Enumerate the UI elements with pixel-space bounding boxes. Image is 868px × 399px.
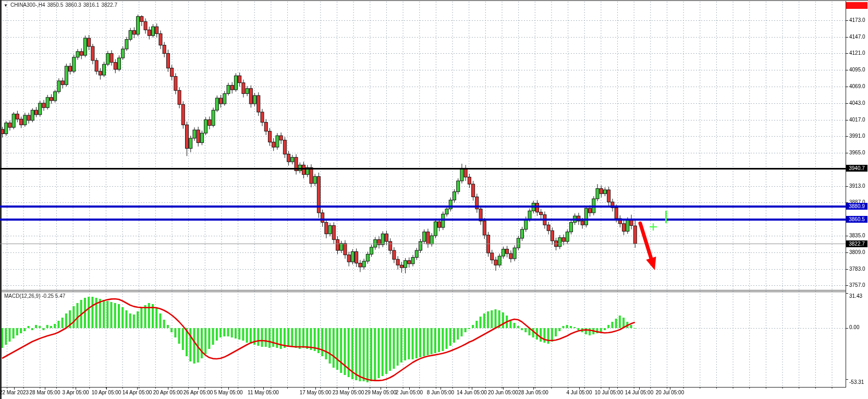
- time-tick-label: 2 Jun 05:00: [396, 390, 423, 395]
- ohlc-high: 3860.3: [65, 2, 81, 8]
- window-top-border: [0, 0, 868, 1]
- time-tick-label: 4 Jul 05:00: [567, 390, 592, 395]
- price-tick-label: 3991.0: [849, 133, 865, 139]
- time-tick-label: 14 Apr 05:00: [123, 390, 152, 395]
- price-tick-label: 4043.0: [849, 100, 865, 106]
- price-tick-label: 3757.0: [849, 282, 865, 288]
- time-tick-label: 20 Apr 05:00: [153, 390, 183, 395]
- time-tick-label: 10 Apr 05:00: [92, 390, 121, 395]
- price-tick-label: 3809.0: [849, 249, 865, 256]
- price-axis-line[interactable]: [846, 1, 846, 387]
- time-tick-label: 20 Jul 05:00: [656, 390, 684, 395]
- time-tick-label: 22 Mar 2023: [0, 390, 29, 395]
- time-tick-label: 29 May 05:00: [365, 390, 397, 395]
- time-tick-label: 3 Apr 05:00: [62, 390, 89, 395]
- chart-header: ▼CHINA300-,H43850.53860.33816.13822.7: [4, 2, 119, 8]
- time-axis-line[interactable]: [0, 387, 846, 388]
- current-price-line: [0, 244, 846, 244]
- macd-indicator-label: MACD(12,26,9) -0.25 5.47: [4, 293, 65, 299]
- ohlc-open: 3850.5: [47, 2, 64, 8]
- time-tick-label: 20 Jun 05:00: [488, 390, 518, 395]
- price-tick-label: 3913.0: [849, 183, 865, 189]
- blue-level-line-lower[interactable]: [0, 219, 846, 221]
- time-tick-label: 23 May 05:00: [333, 390, 364, 395]
- price-level-label: 3822.7: [846, 240, 867, 247]
- time-tick-label: 17 May 05:00: [300, 390, 332, 395]
- price-tick-label: 3835.0: [849, 233, 865, 239]
- symbol-period-label: CHINA300-,H4: [10, 2, 45, 8]
- black-resistance-line[interactable]: [0, 168, 846, 170]
- time-tick-label: 5 May 05:00: [214, 390, 242, 395]
- panel-separator-top[interactable]: [0, 290, 846, 291]
- macd-axis-min: -53.31: [849, 379, 864, 385]
- price-tick-label: 4095.0: [849, 67, 865, 73]
- time-tick-label: 14 Jul 05:00: [625, 390, 654, 395]
- ohlc-close: 3822.7: [101, 2, 117, 8]
- symbol-dropdown-icon[interactable]: ▼: [4, 3, 8, 8]
- blue-level-line-upper[interactable]: [0, 205, 846, 208]
- price-macd-chart-canvas[interactable]: [0, 0, 868, 399]
- time-tick-label: 11 May 05:00: [248, 390, 279, 395]
- price-tick-label: 3783.0: [849, 266, 865, 272]
- ohlc-low: 3816.1: [83, 2, 100, 8]
- price-level-label: 3940.7: [846, 165, 867, 172]
- time-tick-label: 10 Jul 05:00: [595, 390, 624, 395]
- price-tick-label: 4069.0: [849, 83, 865, 90]
- chart-window: ▼CHINA300-,H43850.53860.33816.13822.7 41…: [0, 0, 868, 399]
- price-tick-label: 3965.0: [849, 150, 865, 156]
- macd-axis-max: 31.43: [849, 293, 862, 299]
- time-tick-label: 26 Apr 05:00: [184, 390, 213, 395]
- price-tick-label: 4017.0: [849, 117, 865, 123]
- price-level-label: 3860.5: [846, 216, 867, 223]
- time-tick-label: 8 Jun 05:00: [427, 390, 454, 395]
- time-tick-label: 28 Jun 05:00: [518, 390, 548, 395]
- window-left-border: [0, 0, 2, 399]
- time-tick-label: 28 Mar 05:00: [30, 390, 60, 395]
- panel-separator-bottom[interactable]: [0, 292, 846, 292]
- red-box-annotation[interactable]: [846, 2, 867, 9]
- macd-axis-zero: 0.00: [849, 324, 859, 330]
- price-tick-label: 4121.0: [849, 50, 865, 56]
- price-level-label: 3880.9: [846, 203, 867, 210]
- price-tick-label: 4147.0: [849, 34, 865, 40]
- price-tick-label: 4173.0: [849, 17, 865, 23]
- time-tick-label: 14 Jun 05:00: [457, 390, 487, 395]
